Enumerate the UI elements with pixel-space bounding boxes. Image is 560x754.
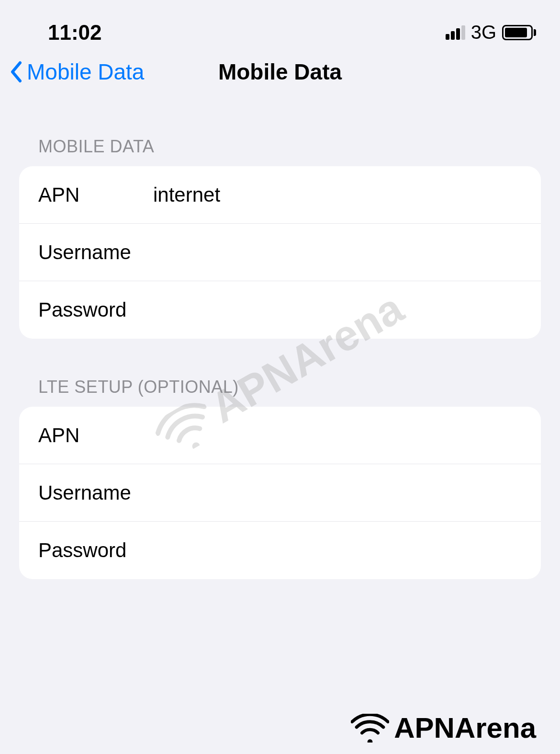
status-bar: 11:02 3G xyxy=(0,0,560,46)
nav-bar: Mobile Data Mobile Data xyxy=(0,46,560,98)
row-lte-username[interactable]: Username xyxy=(19,464,541,522)
battery-icon xyxy=(502,25,536,40)
section-header-lte-setup: LTE SETUP (OPTIONAL) xyxy=(38,377,541,397)
input-lte-apn[interactable] xyxy=(153,407,522,464)
back-button[interactable]: Mobile Data xyxy=(10,59,144,85)
label-apn: APN xyxy=(38,183,153,206)
section-lte-setup: LTE SETUP (OPTIONAL) APN Username Passwo… xyxy=(0,377,560,579)
watermark-text: APNArena xyxy=(394,711,536,744)
label-username: Username xyxy=(38,241,153,264)
wifi-icon xyxy=(351,714,389,743)
back-label: Mobile Data xyxy=(27,59,144,85)
input-lte-password[interactable] xyxy=(153,522,522,579)
network-type: 3G xyxy=(471,22,496,43)
settings-group-mobile-data: APN Username Password xyxy=(19,166,541,339)
row-username[interactable]: Username xyxy=(19,224,541,281)
section-header-mobile-data: MOBILE DATA xyxy=(38,137,541,157)
row-password[interactable]: Password xyxy=(19,281,541,339)
status-time: 11:02 xyxy=(48,21,102,45)
status-indicators: 3G xyxy=(446,22,536,43)
chevron-left-icon xyxy=(10,61,22,83)
input-password[interactable] xyxy=(153,281,522,339)
input-lte-username[interactable] xyxy=(153,464,522,521)
label-lte-password: Password xyxy=(38,539,153,562)
signal-strength-icon xyxy=(446,25,465,40)
watermark-bottom: APNArena xyxy=(351,711,536,744)
label-password: Password xyxy=(38,298,153,321)
row-lte-password[interactable]: Password xyxy=(19,522,541,579)
section-mobile-data: MOBILE DATA APN Username Password xyxy=(0,137,560,339)
label-lte-username: Username xyxy=(38,481,153,504)
row-lte-apn[interactable]: APN xyxy=(19,407,541,464)
input-username[interactable] xyxy=(153,224,522,281)
row-apn[interactable]: APN xyxy=(19,166,541,224)
label-lte-apn: APN xyxy=(38,424,153,447)
settings-group-lte-setup: APN Username Password xyxy=(19,407,541,579)
input-apn[interactable] xyxy=(153,166,522,223)
